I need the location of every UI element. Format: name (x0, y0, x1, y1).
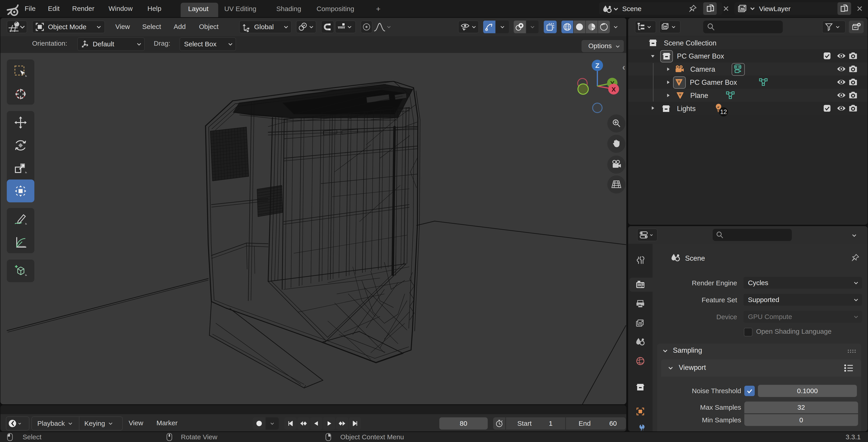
svg-text:Z: Z (595, 62, 599, 69)
svg-text:X: X (612, 86, 616, 93)
